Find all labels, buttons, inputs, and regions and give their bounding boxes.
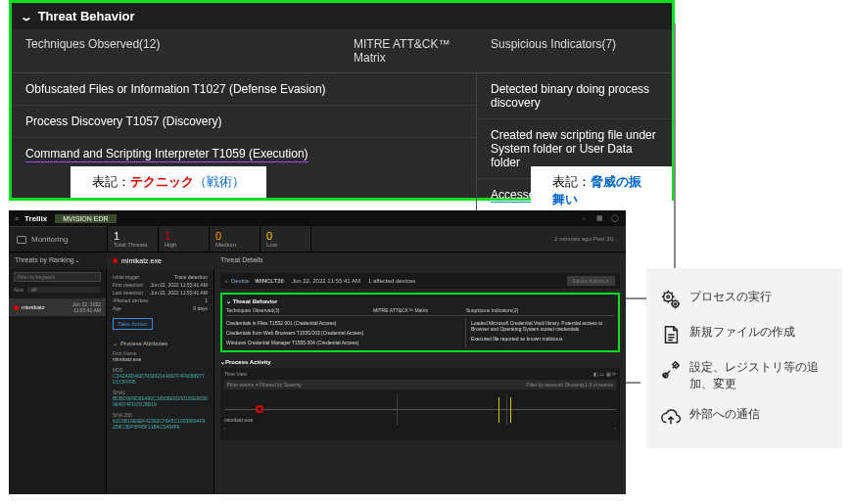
annotation-technique: 表記：テクニック（戦術）	[71, 166, 266, 198]
bell-icon[interactable]: ♤	[579, 213, 589, 223]
device-time: Jun 22, 2022 11:55:41 AM	[292, 278, 360, 284]
col-mitre[interactable]: MITRE ATT&CK™ Matrix	[373, 307, 466, 313]
tools-icon	[658, 359, 684, 381]
connector-line	[625, 382, 640, 384]
col-techniques[interactable]: Techniques Observed(3)	[226, 307, 373, 313]
product-tag: MVISION EDR	[55, 214, 116, 223]
list-item[interactable]: Loaded Microsoft Credential Vault librar…	[471, 318, 614, 334]
col-techniques[interactable]: Techniques Observed(12)	[12, 29, 340, 72]
hash-md5[interactable]: C3A2A9D46D79320214A897F4F6088977DCOFFFB	[113, 373, 208, 386]
list-item[interactable]: Credentials from Web Browsers T1555.003 …	[226, 328, 465, 338]
affected-devices[interactable]: 1 affected devices	[368, 278, 415, 284]
user-icon[interactable]: ◯	[610, 213, 620, 223]
threats-sidebar: Filter by keyword NowAll mimikatz Jun 22…	[9, 269, 107, 494]
stat-high[interactable]: 1High	[158, 226, 209, 252]
threat-summary: Initial triggerTrace detection First det…	[107, 269, 214, 494]
device-bar: › Device WINCLT20 Jun 22, 2022 11:55:41 …	[220, 273, 620, 289]
edr-app: ≡ Trellix MVISION EDR ♤ ▦ ◯ Monitoring 1…	[9, 210, 626, 494]
list-item[interactable]: Detected binary doing process discovery	[477, 73, 672, 119]
filter-input[interactable]: Filter by keyword	[14, 272, 101, 282]
timeline-search[interactable]: Filter by keyword Showing 1-3 of events	[526, 382, 613, 388]
chevron-right-icon[interactable]: ›	[225, 278, 227, 284]
cloud-upload-icon	[658, 406, 684, 428]
threats-by-ranking[interactable]: Threats by Ranking⌄	[9, 252, 107, 269]
callout-title: ⌄ Threat Behavior	[12, 3, 672, 29]
legend-row: 外部への通信	[658, 399, 830, 435]
legend-row: 新規ファイルの作成	[658, 317, 830, 352]
col-suspicious[interactable]: Suspicious Indicators(2)	[466, 307, 518, 313]
time-range[interactable]: 2 minutes ago Past 30...	[310, 226, 626, 252]
chevron-down-icon: ⌄	[20, 11, 33, 23]
threat-behavior-callout: ⌄ Threat Behavior Techniques Observed(12…	[9, 0, 675, 201]
legend-label: 外部への通信	[689, 406, 760, 423]
grid-icon[interactable]: ▦	[594, 213, 604, 223]
timeline-process-label: mimikatz.exe	[224, 417, 253, 423]
app-titlebar: ≡ Trellix MVISION EDR ♤ ▦ ◯	[9, 210, 626, 226]
threat-details-panel: › Device WINCLT20 Jun 22, 2022 11:55:41 …	[214, 269, 626, 494]
hash-sha256[interactable]: 61C0B10E6EF42392C78A5C10039594F9258C3DF5…	[113, 418, 208, 431]
annotation-behavior: 表記：脅威の振舞い	[531, 166, 672, 215]
legend-label: プロセスの実行	[689, 289, 772, 305]
gears-icon	[658, 289, 684, 310]
timeline-title: Time View	[224, 371, 247, 377]
device-label: Device	[231, 278, 249, 284]
technique-highlighted: Command and Scripting Interpreter T1059 …	[25, 147, 308, 162]
list-item[interactable]: Command and Scripting Interpreter T1059 …	[12, 138, 476, 169]
svg-point-0	[664, 293, 673, 301]
process-name: mimikatz.exe	[113, 356, 208, 363]
stat-low[interactable]: 0Low	[260, 226, 310, 252]
monitoring-tab[interactable]: Monitoring	[9, 226, 107, 252]
severity-dot-icon	[14, 305, 19, 310]
file-icon	[658, 324, 684, 345]
timeline-marker	[498, 397, 499, 423]
device-actions-button[interactable]: Device Actions ▾	[567, 276, 615, 286]
threat-details-header: Threat Details	[214, 252, 626, 269]
svg-point-1	[667, 296, 670, 298]
timeline-track[interactable]: mimikatz.exe	[224, 395, 616, 425]
legend-panel: プロセスの実行 新規ファイルの作成 設定、レジストリ等の追加、変更 外部への通信	[646, 268, 842, 448]
stat-medium[interactable]: 0Medium	[209, 226, 260, 252]
col-suspicious[interactable]: Suspicious Indicators(7)	[477, 29, 672, 72]
chevron-down-icon: ⌄	[113, 341, 118, 346]
svg-point-3	[675, 303, 677, 305]
hash-sha1[interactable]: BDBD9D9D6E496C18508E6D00100E8036984074FD…	[113, 395, 208, 408]
threat-list-item[interactable]: mimikatz Jun 22, 202211:55:41 AM	[9, 298, 106, 316]
col-mitre[interactable]: MITRE ATT&CK™ Matrix	[340, 29, 477, 72]
legend-row: プロセスの実行	[658, 282, 830, 317]
device-host[interactable]: WINCLT20	[255, 278, 284, 284]
threat-name-header: mimikatz.exe	[107, 252, 214, 269]
timeline-marker	[510, 397, 511, 423]
threat-behavior-panel: ⌄ Threat Behavior Techniques Observed(3)…	[220, 293, 620, 352]
chevron-down-icon: ⌄	[226, 298, 231, 304]
take-action-button[interactable]: Take Action	[113, 318, 153, 330]
severity-dot-icon	[113, 258, 118, 263]
list-item[interactable]: Process Discovery T1057 (Discovery)	[12, 106, 476, 138]
stat-total[interactable]: 1Total Threats	[107, 226, 158, 252]
legend-label: 新規ファイルの作成	[689, 324, 795, 341]
list-item[interactable]: Credentials in Files T1552.001 (Credenti…	[226, 318, 465, 328]
legend-row: 設定、レジストリ等の追加、変更	[658, 352, 830, 399]
timeline-event-dot[interactable]	[256, 405, 263, 413]
legend-label: 設定、レジストリ等の追加、変更	[689, 359, 830, 392]
timeline-controls[interactable]: ◧ ▭ ▦ ⟳	[593, 371, 616, 377]
list-item[interactable]: Windows Credential Manager T1555.004 (Cr…	[226, 338, 465, 347]
time-filter[interactable]: NowAll	[9, 285, 106, 295]
timeline: Time View◧ ▭ ▦ ⟳ Filter events ▾ Filtere…	[220, 368, 620, 440]
process-activity-header[interactable]: ⌄Process Activity	[220, 358, 620, 365]
list-item[interactable]: Obfuscated Files or Information T1027 (D…	[12, 73, 476, 106]
monitor-icon	[17, 236, 26, 244]
list-item[interactable]: Executed file reported as known maliciou…	[471, 334, 614, 344]
menu-icon[interactable]: ≡	[15, 215, 19, 222]
brand: Trellix	[24, 214, 47, 223]
callout-title-text: Threat Behavior	[38, 9, 135, 23]
timeline-filter[interactable]: Filter events ▾ Filtered by Severity	[227, 382, 302, 388]
techniques-list: Obfuscated Files or Information T1027 (D…	[12, 73, 477, 224]
process-attributes-header[interactable]: ⌄Process Attributes	[113, 340, 208, 346]
svg-point-2	[672, 300, 678, 306]
